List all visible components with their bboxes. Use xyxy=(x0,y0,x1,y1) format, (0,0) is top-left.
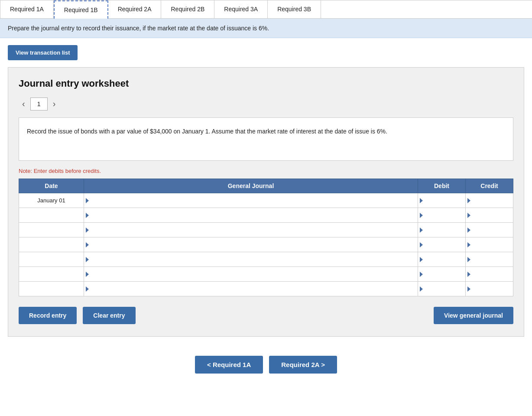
col-header-date: Date xyxy=(19,179,84,193)
debit-cell-5[interactable] xyxy=(418,267,466,282)
page-wrapper: Required 1A Required 1B Required 2A Requ… xyxy=(0,0,532,395)
debit-input-0[interactable] xyxy=(424,196,463,205)
gj-input-6[interactable] xyxy=(90,285,415,293)
page-number: 1 xyxy=(30,98,48,110)
prev-page-button[interactable]: ‹ xyxy=(19,97,29,110)
table-row: January 01 xyxy=(19,193,513,208)
description-text: Record the issue of bonds with a par val… xyxy=(27,128,387,135)
gj-input-5[interactable] xyxy=(90,270,415,278)
credit-input-1[interactable] xyxy=(472,211,510,219)
view-general-journal-button[interactable]: View general journal xyxy=(434,307,513,324)
tab-req1a[interactable]: Required 1A xyxy=(0,0,54,18)
gj-cell-4[interactable] xyxy=(84,252,418,267)
date-cell-0: January 01 xyxy=(19,193,84,208)
credit-input-2[interactable] xyxy=(472,226,510,234)
note-text: Note: Enter debits before credits. xyxy=(19,168,513,174)
gj-cell-5[interactable] xyxy=(84,267,418,282)
date-cell-3 xyxy=(19,237,84,252)
worksheet-card: Journal entry worksheet ‹ 1 › Record the… xyxy=(8,67,524,337)
gj-cell-6[interactable] xyxy=(84,282,418,296)
credit-input-0[interactable] xyxy=(472,196,510,205)
credit-cell-6[interactable] xyxy=(466,282,513,296)
record-entry-button[interactable]: Record entry xyxy=(19,307,77,324)
debit-cell-2[interactable] xyxy=(418,223,466,237)
gj-cell-1[interactable] xyxy=(84,208,418,223)
credit-input-5[interactable] xyxy=(472,270,510,278)
credit-input-6[interactable] xyxy=(472,285,510,293)
debit-cell-1[interactable] xyxy=(418,208,466,223)
debit-input-1[interactable] xyxy=(424,211,463,219)
worksheet-title: Journal entry worksheet xyxy=(19,78,513,89)
debit-input-3[interactable] xyxy=(424,240,463,249)
credit-cell-0[interactable] xyxy=(466,193,513,208)
tab-req3b[interactable]: Required 3B xyxy=(268,0,321,18)
gj-input-4[interactable] xyxy=(90,255,415,263)
date-cell-6 xyxy=(19,282,84,296)
table-row xyxy=(19,252,513,267)
gj-cell-0[interactable] xyxy=(84,193,418,208)
table-row xyxy=(19,223,513,237)
date-cell-2 xyxy=(19,223,84,237)
table-row xyxy=(19,208,513,223)
gj-cell-2[interactable] xyxy=(84,223,418,237)
bottom-nav: < Required 1A Required 2A > xyxy=(0,345,532,378)
tab-req3a[interactable]: Required 3A xyxy=(214,0,268,18)
tab-req2a[interactable]: Required 2A xyxy=(108,0,162,18)
tab-req2b[interactable]: Required 2B xyxy=(161,0,214,18)
credit-input-4[interactable] xyxy=(472,255,510,263)
gj-input-0[interactable] xyxy=(90,196,415,205)
instruction-bar: Prepare the journal entry to record thei… xyxy=(0,19,532,38)
next-nav-button[interactable]: Required 2A > xyxy=(269,356,337,374)
debit-cell-6[interactable] xyxy=(418,282,466,296)
debit-cell-0[interactable] xyxy=(418,193,466,208)
journal-table: Date General Journal Debit Credit Januar… xyxy=(19,179,513,296)
view-transaction-button[interactable]: View transaction list xyxy=(8,45,78,60)
description-box: Record the issue of bonds with a par val… xyxy=(19,117,513,161)
gj-input-2[interactable] xyxy=(90,226,415,234)
gj-cell-3[interactable] xyxy=(84,237,418,252)
action-buttons: Record entry Clear entry View general jo… xyxy=(19,307,513,324)
date-cell-5 xyxy=(19,267,84,282)
credit-cell-5[interactable] xyxy=(466,267,513,282)
debit-input-5[interactable] xyxy=(424,270,463,278)
tab-req1b[interactable]: Required 1B xyxy=(54,0,108,19)
col-header-gj: General Journal xyxy=(84,179,418,193)
credit-cell-3[interactable] xyxy=(466,237,513,252)
credit-input-3[interactable] xyxy=(472,240,510,249)
next-page-button[interactable]: › xyxy=(49,97,59,110)
instruction-text: Prepare the journal entry to record thei… xyxy=(8,25,269,32)
credit-cell-2[interactable] xyxy=(466,223,513,237)
page-nav: ‹ 1 › xyxy=(19,97,513,110)
table-row xyxy=(19,282,513,296)
gj-input-1[interactable] xyxy=(90,211,415,219)
date-cell-4 xyxy=(19,252,84,267)
col-header-debit: Debit xyxy=(418,179,466,193)
table-row xyxy=(19,237,513,252)
debit-input-6[interactable] xyxy=(424,285,463,293)
debit-input-2[interactable] xyxy=(424,226,463,234)
tabs-bar: Required 1A Required 1B Required 2A Requ… xyxy=(0,0,532,19)
debit-input-4[interactable] xyxy=(424,255,463,263)
table-row xyxy=(19,267,513,282)
col-header-credit: Credit xyxy=(466,179,513,193)
view-transaction-wrap: View transaction list xyxy=(0,38,532,67)
clear-entry-button[interactable]: Clear entry xyxy=(83,307,135,324)
debit-cell-3[interactable] xyxy=(418,237,466,252)
credit-cell-1[interactable] xyxy=(466,208,513,223)
prev-nav-button[interactable]: < Required 1A xyxy=(195,356,263,374)
credit-cell-4[interactable] xyxy=(466,252,513,267)
gj-input-3[interactable] xyxy=(90,240,415,249)
date-cell-1 xyxy=(19,208,84,223)
debit-cell-4[interactable] xyxy=(418,252,466,267)
